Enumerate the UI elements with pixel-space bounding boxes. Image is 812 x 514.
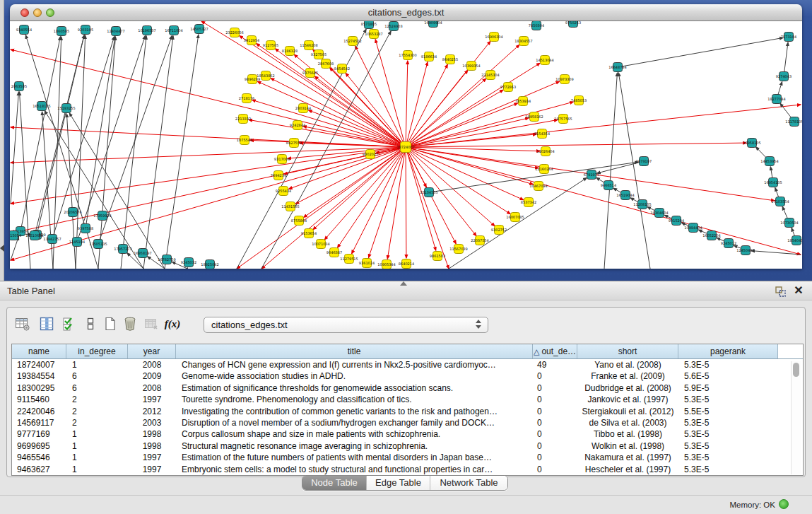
graph-node-label: 20206576 (64, 210, 81, 214)
tab-network-table[interactable]: Network Table (430, 476, 507, 490)
graph-edge (406, 147, 533, 185)
collapse-left-icon[interactable] (0, 245, 4, 252)
cell: Tibbo et al. (1998) (577, 428, 678, 440)
graph-node-label: 9861503 (430, 254, 445, 258)
table-body: 1872400712008Changes of HCN gene express… (12, 359, 803, 475)
graph-node-label: 18925042 (201, 262, 218, 267)
graph-edge (406, 147, 449, 269)
network-canvas[interactable]: 1872400723226056391295491275058186328115… (10, 21, 802, 269)
graph-node-label: 9340554 (16, 28, 32, 32)
table-row[interactable]: 2242004622012Investigating the contribut… (12, 406, 803, 417)
table-row[interactable]: 977716911998Corpus callosum shape and si… (12, 428, 803, 440)
graph-node-label: 10730504 (780, 221, 798, 225)
table-row[interactable]: 1938455462009Genome-wide association stu… (12, 370, 803, 382)
graph-edge (406, 61, 408, 147)
graph-node-label: 17554300 (399, 53, 416, 57)
graph-edge (304, 147, 406, 217)
graph-edge (406, 147, 801, 255)
graph-node-label: 9154354 (534, 132, 550, 136)
graph-node-label: 11208105 (633, 202, 651, 206)
graph-node-label: 18540432 (787, 238, 802, 243)
memory-ok-icon[interactable] (779, 499, 789, 509)
graph-node-label: 7853934 (515, 99, 531, 103)
graph-node-label: 9274043 (776, 74, 792, 78)
graph-edge (406, 147, 406, 258)
graph-edge (352, 147, 406, 254)
table-row[interactable]: 969969511998Structural magnetic resonanc… (12, 440, 803, 452)
graph-node-label: 9015204 (669, 218, 684, 223)
import-table-icon[interactable] (141, 315, 161, 334)
cell: Dudbridge et al. (2008) (577, 382, 678, 394)
table-settings-icon[interactable] (13, 315, 33, 334)
close-panel-icon[interactable]: ✕ (792, 284, 805, 297)
graph-node-label: 15274502 (343, 39, 361, 43)
table-row[interactable]: 1456911722003Disruption of a novel membe… (12, 417, 803, 428)
column-header-short[interactable]: short (577, 344, 678, 358)
network-view[interactable]: 1872400723226056391295491275058186328115… (10, 21, 802, 269)
graph-node-label: 10071034 (312, 242, 329, 246)
cell: 6 (66, 382, 128, 394)
table-vertical-scrollbar[interactable] (791, 361, 801, 474)
graph-node-label: 13505135 (89, 242, 107, 246)
network-window-titlebar[interactable]: citations_edges.txt (10, 4, 802, 21)
memory-status-label: Memory: OK (729, 501, 775, 509)
splitter-grip-icon[interactable] (400, 281, 407, 286)
cell: 1 (66, 452, 128, 463)
node-table: namein_degreeyeartitle△ out_de…shortpage… (11, 344, 804, 476)
graph-node-label: 12524903 (384, 24, 402, 28)
left-splitter[interactable] (0, 0, 4, 281)
column-header-in_degree[interactable]: in_degree (66, 344, 128, 358)
column-header-out_de[interactable]: △ out_de… (533, 344, 577, 358)
new-table-icon[interactable] (100, 315, 120, 334)
float-panel-icon[interactable] (774, 285, 787, 298)
cell: 6 (66, 370, 128, 382)
graph-node-label: 11026404 (536, 149, 554, 153)
graph-edge (406, 103, 518, 147)
scrollbar-thumb[interactable] (793, 363, 799, 377)
tab-edge-table[interactable]: Edge Table (367, 476, 430, 490)
network-window[interactable]: citations_edges.txt 18724007232260563912… (10, 4, 802, 269)
column-header-year[interactable]: year (128, 344, 176, 358)
cell: Yano et al. (2008) (577, 359, 678, 370)
table-row[interactable]: 911546021997Tourette syndrome. Phenomeno… (12, 394, 803, 405)
cell: 5.3E-5 (678, 440, 778, 452)
column-header-pagerank[interactable]: pagerank (678, 344, 778, 358)
graph-node-label: 9750253 (565, 21, 581, 25)
graph-edge (165, 35, 199, 269)
table-row[interactable]: 946554611997Estimation of the future num… (12, 452, 803, 463)
graph-edge (35, 35, 84, 235)
graph-node-label: 8640255 (442, 57, 458, 62)
table-row[interactable]: 1830029562008Estimation of significance … (12, 382, 803, 394)
graph-edge (406, 105, 801, 147)
graph-edge (406, 118, 529, 147)
delete-table-icon[interactable] (120, 315, 140, 334)
table-card: f(x) citations_edges.txt namein_degreeye… (6, 307, 806, 477)
cell: 1998 (128, 428, 176, 440)
graph-edge (618, 37, 783, 67)
column-header-name[interactable]: name (12, 344, 66, 358)
function-builder-icon[interactable]: f(x) (163, 315, 182, 334)
table-selector[interactable]: citations_edges.txt (204, 317, 488, 333)
table-header-row: namein_degreeyeartitle△ out_de…shortpage… (12, 344, 803, 359)
status-bar: Memory: OK (0, 495, 812, 514)
table-selector-value: citations_edges.txt (211, 320, 288, 330)
graph-node-label: 11431505 (281, 204, 299, 209)
show-column-icon[interactable] (37, 315, 57, 334)
cell: Wolkin et al. (1998) (577, 440, 678, 452)
tab-node-table[interactable]: Node Table (302, 476, 367, 490)
table-row[interactable]: 1872400712008Changes of HCN gene express… (12, 359, 803, 370)
cell: 5.9E-5 (678, 382, 778, 394)
graph-node-label: 7850304 (529, 23, 544, 28)
rows-icon[interactable] (81, 315, 100, 334)
table-row[interactable]: 946362711997Embryonic stem cells: a mode… (12, 464, 803, 475)
graph-node-label: 10467094 (529, 184, 547, 188)
graph-node-label: 1860505 (54, 29, 69, 33)
graph-node-label: 10994404 (684, 226, 702, 230)
cell: Genome-wide association studies in ADHD. (176, 370, 533, 382)
graph-node-label: 12160264 (535, 167, 553, 171)
graph-node-label: 8454542 (334, 66, 350, 71)
graph-edge (406, 143, 746, 147)
select-all-check-icon[interactable] (59, 315, 79, 334)
column-header-title[interactable]: title (176, 344, 533, 358)
graph-node-label: 9242844 (290, 123, 305, 127)
